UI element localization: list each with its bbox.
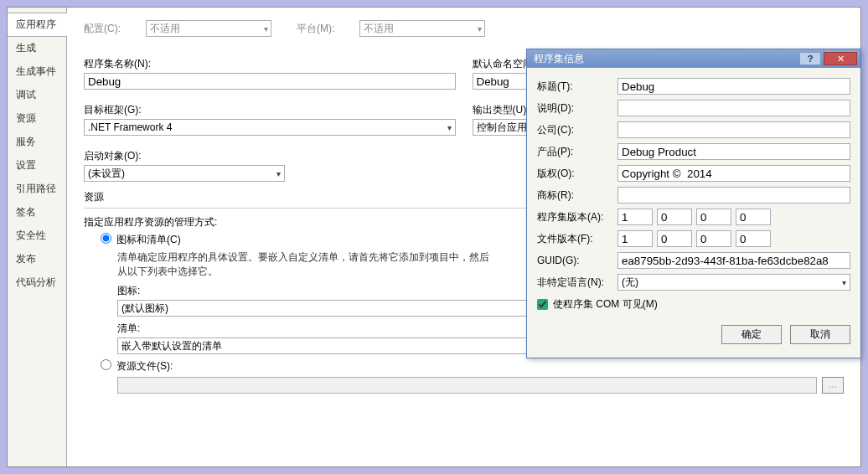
sidebar-item-security[interactable]: 安全性 — [8, 224, 66, 248]
dlg-lang-label: 非特定语言(N): — [537, 276, 612, 290]
dlg-filever-0[interactable] — [617, 230, 653, 247]
assembly-name-input[interactable] — [84, 73, 456, 90]
dlg-ok-button[interactable]: 确定 — [721, 325, 782, 344]
dialog-title: 程序集信息 — [534, 52, 797, 66]
sidebar: 应用程序 生成 生成事件 调试 资源 服务 设置 引用路径 签名 安全性 发布 … — [8, 8, 66, 466]
dialog-help-button[interactable]: ? — [799, 52, 821, 65]
resource-file-input — [117, 377, 817, 394]
sidebar-item-debug[interactable]: 调试 — [8, 84, 66, 107]
dlg-filever-2[interactable] — [696, 230, 731, 247]
window: 应用程序 生成 生成事件 调试 资源 服务 设置 引用路径 签名 安全性 发布 … — [0, 0, 868, 474]
dlg-trademark-input[interactable] — [617, 187, 850, 204]
dlg-copyright-input[interactable] — [617, 165, 850, 182]
dlg-filever-3[interactable] — [736, 230, 771, 247]
dlg-product-label: 产品(P): — [537, 145, 612, 159]
dlg-asmver-0[interactable] — [617, 209, 653, 225]
dlg-asmver-2[interactable] — [696, 209, 731, 225]
dlg-filever-1[interactable] — [657, 230, 692, 247]
startup-object-label: 启动对象(O): — [84, 149, 285, 163]
sidebar-item-reference-paths[interactable]: 引用路径 — [8, 178, 66, 201]
radio-icon-manifest[interactable] — [101, 233, 111, 244]
dlg-product-input[interactable] — [617, 143, 850, 160]
sidebar-item-application[interactable]: 应用程序 — [8, 13, 67, 37]
sidebar-item-build[interactable]: 生成 — [8, 37, 66, 60]
dlg-company-input[interactable] — [617, 121, 850, 138]
dlg-desc-input[interactable] — [617, 100, 850, 116]
dialog-body: 标题(T): 说明(D): 公司(C): 产品(P): 版权(O): 商标(R)… — [527, 68, 860, 358]
sidebar-item-code-analysis[interactable]: 代码分析 — [8, 271, 66, 295]
startup-object-combo[interactable]: (未设置) — [84, 165, 285, 182]
dlg-com-visible-checkbox[interactable] — [537, 299, 548, 310]
dlg-asmver-1[interactable] — [657, 209, 692, 225]
sidebar-item-resources[interactable]: 资源 — [8, 107, 66, 131]
dlg-guid-label: GUID(G): — [537, 255, 612, 266]
dlg-title-input[interactable] — [617, 78, 850, 95]
config-platform-row: 配置(C): 不适用 平台(M): 不适用 — [84, 20, 844, 37]
dlg-desc-label: 说明(D): — [537, 101, 612, 116]
dlg-cancel-button[interactable]: 取消 — [790, 325, 850, 344]
radio-resource-file-label: 资源文件(S): — [116, 359, 173, 374]
dlg-asmver-label: 程序集版本(A): — [537, 210, 612, 224]
assembly-name-label: 程序集名称(N): — [84, 57, 456, 71]
radio-icon-manifest-label: 图标和清单(C) — [116, 233, 181, 247]
dlg-title-label: 标题(T): — [537, 80, 612, 94]
dlg-company-label: 公司(C): — [537, 123, 612, 137]
dlg-guid-input[interactable] — [617, 252, 850, 269]
target-framework-label: 目标框架(G): — [84, 103, 456, 117]
dlg-copyright-label: 版权(O): — [537, 167, 612, 181]
dialog-titlebar[interactable]: 程序集信息 ? ✕ — [527, 49, 860, 68]
config-label: 配置(C): — [84, 22, 121, 36]
assembly-info-dialog: 程序集信息 ? ✕ 标题(T): 说明(D): 公司(C): 产品(P): 版权… — [526, 49, 861, 358]
dlg-asmver-3[interactable] — [736, 209, 771, 225]
resource-file-browse-button: ... — [822, 377, 844, 394]
target-framework-combo[interactable]: .NET Framework 4 — [84, 119, 456, 136]
dlg-lang-combo[interactable]: (无) — [617, 274, 850, 291]
sidebar-item-publish[interactable]: 发布 — [8, 248, 66, 271]
sidebar-item-settings[interactable]: 设置 — [8, 154, 66, 178]
sidebar-item-signing[interactable]: 签名 — [8, 201, 66, 224]
platform-label: 平台(M): — [297, 22, 334, 36]
dlg-trademark-label: 商标(R): — [537, 188, 612, 203]
platform-combo: 不适用 — [359, 20, 485, 37]
icon-manifest-desc: 清单确定应用程序的具体设置。要嵌入自定义清单，请首先将它添加到项目中，然后从以下… — [117, 250, 494, 279]
dlg-filever-label: 文件版本(F): — [537, 232, 612, 246]
dialog-close-button[interactable]: ✕ — [824, 52, 857, 65]
radio-resource-file[interactable] — [101, 359, 111, 370]
sidebar-item-build-events[interactable]: 生成事件 — [8, 60, 66, 84]
config-combo: 不适用 — [146, 20, 271, 37]
dlg-com-visible-label: 使程序集 COM 可见(M) — [553, 297, 658, 312]
sidebar-item-services[interactable]: 服务 — [8, 131, 66, 154]
